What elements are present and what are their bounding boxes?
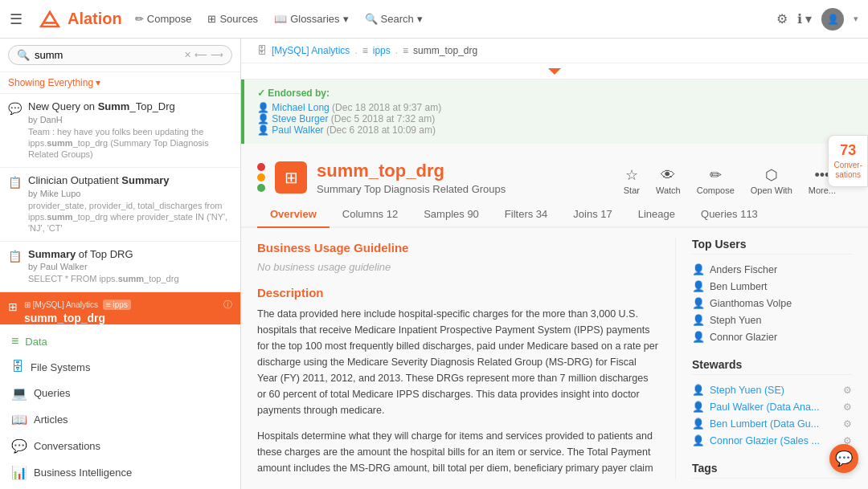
- svg-marker-0: [41, 12, 59, 26]
- watch-button[interactable]: 👁 Watch: [656, 167, 681, 195]
- chat-icon-fixed[interactable]: 💬: [829, 444, 858, 473]
- avatar-button[interactable]: 👤: [821, 8, 844, 31]
- desc-para1: The data provided here include hospital-…: [257, 306, 659, 418]
- back-icon[interactable]: ⟵: [194, 50, 207, 60]
- steward-link-1[interactable]: Steph Yuen (SE): [710, 385, 784, 396]
- compose-button[interactable]: ✏ Compose: [697, 166, 735, 195]
- list-item[interactable]: 📋 Clinician Outpatient Summary by Mike L…: [0, 168, 240, 242]
- nav-right: ⚙ ℹ ▾ 👤 ▾: [776, 8, 858, 31]
- user-icon-4: 👤: [692, 314, 705, 326]
- logo-svg: [35, 8, 64, 31]
- star-button[interactable]: ☆ Star: [624, 166, 640, 195]
- header-title-area: summ_top_drg Summary Top Diagnosis Relat…: [317, 161, 598, 195]
- circle-green: [257, 184, 265, 192]
- sidebar-item-conversations[interactable]: 💬 Conversations: [0, 433, 240, 459]
- hamburger-icon[interactable]: ☰: [10, 10, 23, 28]
- steward-gear-3[interactable]: ⚙: [843, 418, 852, 430]
- tab-columns[interactable]: Columns 12: [330, 202, 411, 228]
- list-item[interactable]: 📋 Summary of Top DRG by Paul Walker SELE…: [0, 242, 240, 292]
- result-title: Summary of Top DRG: [28, 248, 232, 262]
- logo-text: Alation: [68, 10, 122, 28]
- steward-gear-1[interactable]: ⚙: [843, 385, 852, 396]
- info-button[interactable]: ℹ ▾: [797, 11, 812, 26]
- open-with-button[interactable]: ⬡ Open With: [751, 166, 792, 195]
- guideline-heading: Business Usage Guideline: [257, 241, 659, 255]
- active-schema-badge: ≡ ipps: [103, 300, 131, 310]
- endorsed-date-2: (Dec 5 2018 at 7:32 am): [331, 113, 435, 124]
- endorsed-bar: ✓ Endorsed by: 👤 Michael Long (Dec 18 20…: [241, 79, 868, 144]
- endorsed-user-link-2[interactable]: Steve Burger: [272, 113, 328, 124]
- result-snippet: Team : hey have you folks been updating …: [28, 126, 232, 161]
- glossaries-nav[interactable]: 📖 Glossaries ▾: [274, 13, 348, 25]
- sidebar-item-data[interactable]: ≡ Data: [0, 328, 240, 354]
- tab-lineage[interactable]: Lineage: [625, 202, 688, 228]
- bi-icon: 📊: [11, 465, 27, 480]
- logo[interactable]: Alation: [35, 8, 122, 31]
- steward-4: 👤 Connor Glazier (Sales ... ⚙: [692, 432, 852, 449]
- steward-icon-2: 👤: [692, 401, 705, 413]
- main-layout: 🔍 ✕ ⟵ ⟶ Showing Everything ▾ 💬 New Query…: [0, 39, 868, 489]
- breadcrumb-db[interactable]: [MySQL] Analytics: [272, 45, 350, 56]
- main-content: 🗄 [MySQL] Analytics . ≡ ipps . ≡ summ_to…: [241, 39, 868, 489]
- glossaries-icon: 📖: [274, 13, 287, 25]
- search-nav[interactable]: 🔍 Search ▾: [365, 13, 423, 25]
- steward-link-4[interactable]: Connor Glazier (Sales ...: [710, 435, 820, 446]
- result-query-icon: 📋: [8, 250, 22, 263]
- search-chevron: ▾: [417, 13, 423, 25]
- user-name-2: Ben Lumbert: [710, 281, 768, 292]
- content-main: Business Usage Guideline No business usa…: [257, 238, 675, 479]
- scroll-indicator: [241, 63, 868, 79]
- endorsed-user-link-3[interactable]: Paul Walker: [272, 124, 323, 136]
- steward-gear-2[interactable]: ⚙: [843, 401, 852, 413]
- filesystems-label: File Systems: [31, 361, 90, 373]
- desc-para2: Hospitals determine what they will charg…: [257, 428, 659, 479]
- conversations-bubble[interactable]: 73 Conver-sations: [828, 135, 868, 187]
- chat-icon: 💬: [835, 450, 853, 467]
- top-user-1: 👤 Anders Fischer: [692, 261, 852, 278]
- filter-chevron[interactable]: ▾: [96, 77, 100, 88]
- clear-icon[interactable]: ✕: [184, 50, 191, 60]
- sidebar-item-articles[interactable]: 📖 Articles: [0, 406, 240, 433]
- sources-nav[interactable]: ⊞ Sources: [207, 13, 258, 25]
- tab-overview[interactable]: Overview: [257, 202, 330, 228]
- tags-heading: Tags: [692, 462, 852, 479]
- steward-3: 👤 Ben Lumbert (Data Gu... ⚙: [692, 415, 852, 432]
- steward-link-3[interactable]: Ben Lumbert (Data Gu...: [710, 418, 819, 430]
- compose-nav[interactable]: ✏ Compose: [135, 13, 192, 25]
- breadcrumb-table: summ_top_drg: [413, 45, 477, 56]
- breadcrumb-table-icon: ≡: [403, 45, 408, 56]
- result-content: ⊞ [MySQL] Analytics ≡ ipps ⓘ summ_top_dr…: [24, 299, 232, 324]
- breadcrumb-schema[interactable]: ipps: [373, 45, 391, 56]
- steward-link-2[interactable]: Paul Walker (Data Ana...: [710, 401, 819, 413]
- active-info-icon: ⓘ: [223, 299, 232, 311]
- endorsed-user-link-1[interactable]: Michael Long: [272, 102, 329, 113]
- endorsed-user-2: 👤 Steve Burger (Dec 5 2018 at 7:32 am): [257, 113, 855, 124]
- sidebar-item-filesystems[interactable]: 🗄 File Systems: [0, 354, 240, 380]
- action-buttons: ☆ Star 👁 Watch ✏ Compose ⬡ Open With •••: [608, 160, 852, 195]
- sidebar-item-queries[interactable]: 💻 Queries: [0, 380, 240, 406]
- gear-button[interactable]: ⚙: [776, 11, 788, 26]
- tab-filters[interactable]: Filters 34: [492, 202, 560, 228]
- tab-joins[interactable]: Joins 17: [560, 202, 624, 228]
- tab-samples[interactable]: Samples 90: [411, 202, 492, 228]
- user-name-5: Connor Glazier: [710, 332, 777, 343]
- star-icon: ☆: [625, 166, 638, 184]
- table-title: summ_top_drg: [317, 161, 598, 181]
- conversations-label: Conversations: [34, 440, 100, 452]
- breadcrumb-schema-icon: ≡: [362, 45, 368, 56]
- list-item[interactable]: 💬 New Query on Summ_Top_Drg by DanH Team…: [0, 94, 240, 168]
- filter-value[interactable]: Everything: [47, 77, 93, 88]
- top-user-4: 👤 Steph Yuen: [692, 312, 852, 328]
- desc-heading: Description: [257, 286, 659, 300]
- left-sidebar: 🔍 ✕ ⟵ ⟶ Showing Everything ▾ 💬 New Query…: [0, 39, 241, 489]
- sidebar-item-bi[interactable]: 📊 Business Intelligence: [0, 459, 240, 486]
- top-users-section: Top Users 👤 Anders Fischer 👤 Ben Lumbert…: [692, 238, 852, 345]
- search-input[interactable]: [35, 49, 163, 61]
- circle-orange: [257, 173, 265, 181]
- top-user-3: 👤 Gianthomas Volpe: [692, 295, 852, 312]
- search-input-wrap[interactable]: 🔍 ✕ ⟵ ⟶: [8, 45, 232, 65]
- filter-label: Showing: [8, 77, 45, 88]
- tab-queries[interactable]: Queries 113: [688, 202, 771, 228]
- forward-icon[interactable]: ⟶: [211, 50, 223, 60]
- list-item[interactable]: ⊞ ⊞ [MySQL] Analytics ≡ ipps ⓘ summ_top_…: [0, 292, 240, 324]
